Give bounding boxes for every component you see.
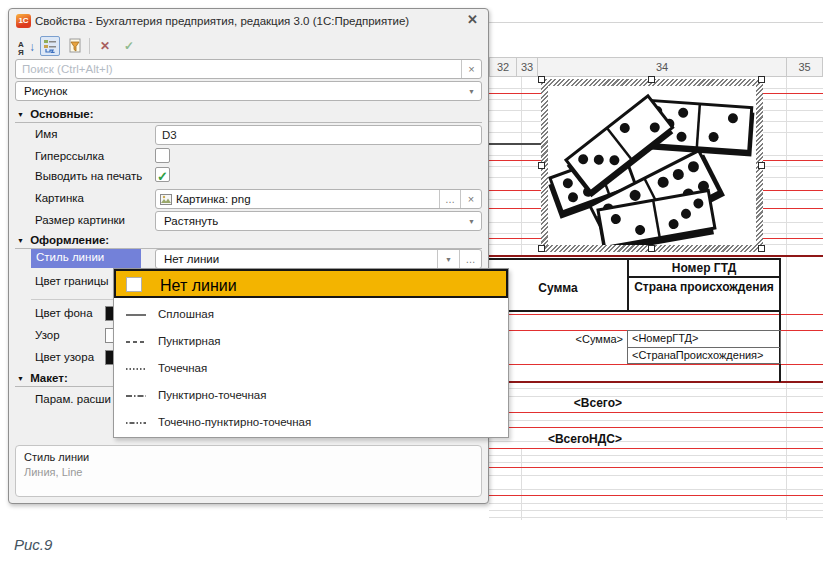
section-line — [762, 160, 823, 161]
dotted-line-icon — [124, 364, 148, 374]
grid-line — [762, 132, 823, 133]
group-divider — [31, 299, 115, 300]
grid-line — [489, 244, 541, 245]
grid-line — [786, 77, 787, 520]
dash-dot-line-icon — [124, 391, 148, 401]
section-line — [489, 495, 823, 496]
selection-handle-nw[interactable] — [538, 76, 545, 83]
grid-line — [762, 177, 823, 178]
table-border-header-mid — [627, 276, 781, 278]
grid-line — [489, 503, 823, 504]
section-line — [489, 190, 541, 191]
selection-handle-n[interactable] — [648, 76, 655, 83]
grid-line — [521, 448, 522, 520]
name-label: Имя — [35, 128, 57, 140]
column-header-34[interactable]: 34 — [537, 57, 787, 77]
search-field[interactable]: × — [15, 59, 482, 79]
sort-alphabetical-icon[interactable]: А Я ↓ — [17, 36, 37, 56]
dropdown-item-dashed[interactable]: Пунктирная — [114, 330, 508, 354]
border-color-label: Цвет границы — [35, 275, 109, 287]
group-by-category-icon[interactable] — [40, 36, 60, 56]
grid-line — [489, 177, 541, 178]
selection-handle-s[interactable] — [648, 245, 655, 252]
selection-handle-e[interactable] — [758, 162, 765, 169]
section-line — [489, 238, 541, 239]
toolbar-separator — [89, 38, 90, 54]
grid-line — [489, 233, 541, 234]
apply-check-icon[interactable]: ✓ — [119, 36, 139, 56]
picture-clear-icon[interactable]: × — [460, 190, 481, 208]
grid-line — [489, 455, 823, 456]
grid-line — [762, 88, 823, 89]
data-cell-divider — [628, 347, 780, 348]
cell-sum-header: Сумма — [489, 281, 627, 295]
cancel-icon[interactable]: ✕ — [95, 36, 115, 56]
status-property-name: Стиль линии — [24, 451, 89, 463]
section-collapse-icon: ▼ — [17, 111, 24, 118]
picture-label: Картинка — [35, 192, 84, 204]
grid-line — [489, 462, 823, 463]
picture-value: Картинка: png — [176, 193, 439, 205]
dropdown-item-dotted[interactable]: Точечная — [114, 357, 508, 381]
line-style-combo[interactable]: Нет линии ▼ … — [155, 249, 482, 269]
grid-line — [762, 155, 823, 156]
dropdown-item-dot-dash-dot[interactable]: Точечно-пунктирно-точечная — [114, 411, 508, 435]
search-input[interactable] — [16, 63, 461, 75]
column-header-32[interactable]: 32 — [489, 57, 517, 77]
column-header-35[interactable]: 35 — [786, 57, 823, 77]
line-style-more-button[interactable]: … — [459, 250, 481, 268]
hyperlink-checkbox[interactable] — [155, 148, 170, 163]
selection-handle-w[interactable] — [538, 162, 545, 169]
cell-total-vat-value: <ВсегоНДС> — [490, 432, 622, 446]
dropdown-item-no-line[interactable]: Нет линии — [114, 269, 508, 298]
figure-caption: Рис.9 — [14, 536, 52, 553]
sort-arrow-icon: ↓ — [29, 37, 35, 57]
search-clear-icon[interactable]: × — [461, 60, 481, 78]
selection-handle-se[interactable] — [758, 245, 765, 252]
picture-size-value: Растянуть — [156, 215, 462, 227]
name-input[interactable] — [156, 129, 481, 141]
grid-line — [762, 166, 823, 167]
pattern-color-label: Цвет узора — [35, 351, 94, 363]
grid-line — [762, 99, 823, 100]
name-field[interactable] — [155, 125, 482, 145]
line-style-label-selected[interactable]: Стиль линии — [31, 249, 141, 268]
dropdown-item-dash-dot[interactable]: Пунктирно-точечная — [114, 384, 508, 408]
section-line — [489, 208, 541, 209]
grid-line — [489, 99, 541, 100]
close-icon[interactable]: ✕ — [467, 12, 478, 27]
picture-more-button[interactable]: … — [439, 190, 460, 208]
selection-handle-sw[interactable] — [538, 245, 545, 252]
print-checkbox[interactable]: ✓ — [155, 167, 170, 182]
chevron-down-icon[interactable]: ▼ — [462, 82, 481, 100]
grid-line — [489, 222, 541, 223]
selected-picture-frame[interactable] — [541, 79, 763, 252]
dropdown-item-label: Пунктирно-точечная — [158, 389, 266, 401]
cell-total-value: <Всего> — [500, 396, 622, 410]
picture-field[interactable]: Картинка: png … × — [155, 189, 482, 209]
picture-size-combo[interactable]: Растянуть ▼ — [155, 211, 482, 231]
chevron-down-icon[interactable]: ▼ — [462, 212, 481, 230]
grid-line — [489, 517, 823, 518]
important-filter-icon[interactable] — [65, 36, 85, 56]
layout-param-label: Парам. расши — [35, 393, 111, 405]
section-line — [489, 381, 823, 383]
dropdown-item-label: Точечно-пунктирно-точечная — [158, 416, 311, 428]
element-type-combo[interactable]: Рисунок ▼ — [15, 81, 482, 101]
grid-line — [762, 121, 823, 122]
cell-country-value: <СтранаПроисхождения> — [632, 349, 763, 361]
grid-line — [489, 121, 541, 122]
hyperlink-label: Гиперссылка — [35, 150, 104, 162]
cell-sum-value: <Сумма> — [500, 333, 623, 345]
dropdown-item-solid[interactable]: Сплошная — [114, 303, 508, 327]
grid-line — [489, 199, 541, 200]
selection-handle-ne[interactable] — [758, 76, 765, 83]
section-line — [489, 93, 541, 94]
dropdown-item-label: Точечная — [158, 362, 207, 374]
table-border-header-bottom — [489, 310, 781, 312]
column-header-33[interactable]: 33 — [516, 57, 538, 77]
chevron-down-icon[interactable]: ▼ — [437, 250, 459, 268]
section-appearance[interactable]: ▼ Оформление: — [15, 233, 482, 249]
section-main[interactable]: ▼ Основные: — [15, 107, 482, 123]
grid-line — [489, 510, 823, 511]
